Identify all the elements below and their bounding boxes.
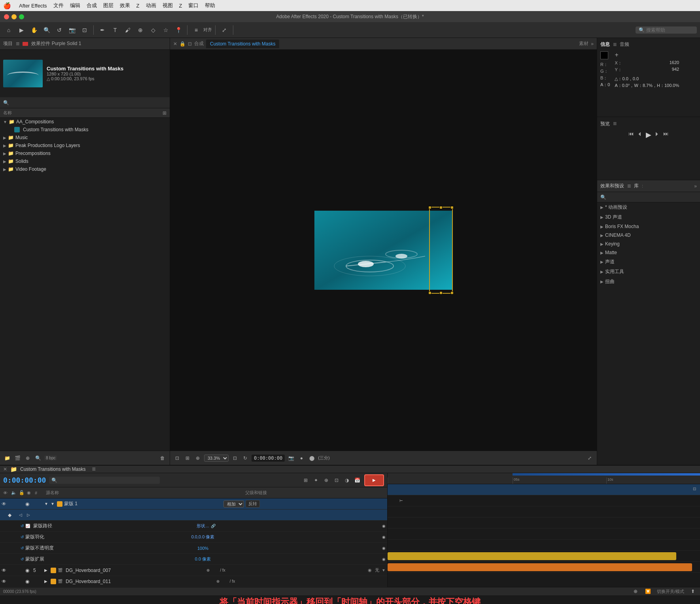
- effect-3d-audio[interactable]: ▶ 3D 声道: [597, 212, 700, 222]
- expand-chevron[interactable]: ▼: [44, 502, 49, 506]
- shape-icon[interactable]: ◇: [148, 25, 159, 36]
- tl-bottom-icon2[interactable]: 🔽: [644, 587, 652, 595]
- play-button[interactable]: ▶: [646, 130, 651, 139]
- skip-fwd-button[interactable]: ⏭: [663, 130, 669, 139]
- cam-icon[interactable]: 📷: [66, 25, 78, 36]
- step-back-button[interactable]: ⏴: [637, 130, 643, 139]
- loop-icon[interactable]: ↻: [241, 454, 249, 462]
- menu-preview-icon[interactable]: ≡: [613, 120, 617, 127]
- effect-matte[interactable]: ▶ Matte: [597, 248, 700, 257]
- select-icon[interactable]: ▶: [16, 25, 27, 36]
- menu-timeline-icon[interactable]: ≡: [92, 466, 95, 473]
- folder-music[interactable]: ▶ 📁 Music: [0, 134, 170, 142]
- hamburger-comp-icon[interactable]: ⊡: [188, 41, 192, 47]
- new-folder-icon[interactable]: 📁: [3, 454, 11, 462]
- switch-mode-label[interactable]: 切换开关/模式: [657, 589, 684, 595]
- fit-icon[interactable]: ⊡: [231, 454, 239, 462]
- effect-distort[interactable]: ▶ 扭曲: [597, 277, 700, 287]
- handle-tr[interactable]: [450, 206, 454, 209]
- clip-dg007[interactable]: [388, 552, 676, 560]
- menu-window[interactable]: 窗口: [188, 2, 199, 9]
- hand-icon[interactable]: ✋: [28, 25, 40, 36]
- layer-dg011[interactable]: 👁 ◉ ▶ 🎬 DG_Hoverboard_011 ⊕ / fx: [0, 576, 387, 587]
- effect-utility[interactable]: ▶ 实用工具: [597, 267, 700, 277]
- menu-help[interactable]: 帮助: [205, 2, 215, 9]
- comp-tab[interactable]: Custom Transitions with Masks: [206, 40, 279, 48]
- effect-channel[interactable]: ▶ 声道: [597, 257, 700, 267]
- menu-view[interactable]: 视图: [163, 2, 173, 9]
- vis-eye2[interactable]: 👁: [2, 568, 8, 573]
- tab-audio[interactable]: 音频: [620, 41, 629, 48]
- close-button[interactable]: [4, 14, 9, 19]
- comp-item-custom-transitions[interactable]: Custom Transitions with Masks: [0, 126, 170, 134]
- keyframe-diamond[interactable]: ◆: [2, 512, 17, 518]
- folder-aa-compositions[interactable]: ▼ 📁 AA_Compositions: [0, 118, 170, 126]
- playhead-button[interactable]: ▶: [364, 474, 384, 486]
- preview-mode-icon[interactable]: ⊡: [173, 454, 181, 462]
- puppet-icon[interactable]: ☆: [160, 25, 171, 36]
- project-search-input[interactable]: [9, 100, 166, 106]
- expand-chevron3[interactable]: ▶: [44, 568, 49, 572]
- expand-chevron2[interactable]: ▼: [51, 502, 55, 506]
- menu-z2[interactable]: Z: [179, 3, 182, 9]
- tl-tool5[interactable]: ◑: [343, 476, 351, 484]
- menu-anim[interactable]: 动画: [146, 2, 156, 9]
- kf-left-btn[interactable]: ◁: [19, 513, 25, 517]
- expand-comp-icon[interactable]: ⤢: [586, 454, 594, 462]
- menu-ae[interactable]: After Effects: [19, 3, 47, 9]
- expand-chevron4[interactable]: ▶: [44, 579, 49, 583]
- clip-dg011[interactable]: [388, 563, 692, 571]
- close-timeline-icon[interactable]: ✕: [3, 466, 7, 472]
- parent-icon[interactable]: ◉: [368, 568, 372, 573]
- maximize-button[interactable]: [19, 14, 24, 19]
- mask-path-value[interactable]: 形状...: [197, 523, 209, 529]
- handle-bl[interactable]: [428, 291, 431, 294]
- overlay-icon[interactable]: ⊕: [194, 454, 202, 462]
- pin-icon[interactable]: 📍: [173, 25, 184, 36]
- tab-info[interactable]: 信息: [600, 41, 610, 48]
- new-comp-icon[interactable]: 🎬: [13, 454, 21, 462]
- home-icon[interactable]: ⌂: [3, 25, 14, 36]
- mask-feather-value[interactable]: 0.0,0.0 像素: [191, 534, 215, 540]
- timeline-search-input[interactable]: [59, 478, 138, 483]
- menu-effect[interactable]: 效果: [120, 2, 130, 9]
- tl-bottom-icon3[interactable]: ⬆: [689, 587, 697, 595]
- pen-icon[interactable]: ✒: [97, 25, 108, 36]
- apple-menu[interactable]: 🍎: [3, 2, 11, 9]
- delete-icon[interactable]: 🗑: [159, 454, 166, 462]
- effect-boris[interactable]: ▶ Boris FX Mocha: [597, 222, 700, 231]
- effects-search[interactable]: 🔍: [597, 192, 700, 202]
- search-bar[interactable]: 🔍: [636, 26, 697, 34]
- expand-icon[interactable]: ⤢: [219, 25, 230, 36]
- brush-icon[interactable]: 🖌: [122, 25, 133, 36]
- handle-bm[interactable]: [439, 291, 443, 294]
- vis-eye3[interactable]: 👁: [2, 579, 8, 584]
- reverse-button[interactable]: 反转: [246, 500, 260, 508]
- folder-solids[interactable]: ▶ 📁 Solids: [0, 157, 170, 165]
- select2-icon[interactable]: ⊡: [79, 25, 90, 36]
- mask-opacity-value[interactable]: 100%: [197, 546, 208, 551]
- rotate-icon[interactable]: ↺: [54, 25, 65, 36]
- close-tab-icon[interactable]: ✕: [173, 41, 177, 47]
- effects-search-input[interactable]: [608, 194, 697, 200]
- color-circle-icon[interactable]: ●: [297, 454, 305, 462]
- folder-video[interactable]: ▶ 📁 Video Footage: [0, 165, 170, 173]
- menu-z1[interactable]: Z: [136, 3, 140, 9]
- current-timecode[interactable]: 0:00:00:00: [3, 476, 46, 484]
- new-item-icon[interactable]: ⊕: [24, 454, 32, 462]
- step-fwd-button[interactable]: ⏵: [655, 130, 660, 139]
- color-dot-icon[interactable]: ⬤: [308, 454, 316, 462]
- folder-precomp[interactable]: ▶ 📁 Precompositions: [0, 149, 170, 157]
- tl-tool4[interactable]: ⊡: [333, 476, 341, 484]
- expand-effects-icon[interactable]: »: [694, 183, 697, 189]
- menu-edit[interactable]: 编辑: [70, 2, 80, 9]
- menu-layer[interactable]: 图层: [103, 2, 114, 9]
- tl-tool2[interactable]: ✦: [312, 476, 320, 484]
- layer-mask1[interactable]: 👁 ◉ ▼ ▼ 蒙版 1 相加 反转: [0, 498, 387, 510]
- layer-mode-select[interactable]: 相加: [223, 500, 244, 508]
- menu-effects-icon[interactable]: ≡: [627, 183, 631, 190]
- expand-icon2[interactable]: »: [591, 41, 594, 47]
- search-small-icon[interactable]: 🔍: [34, 454, 42, 462]
- hamburger-icon[interactable]: ≡: [16, 40, 19, 47]
- tl-tool3[interactable]: ⊕: [322, 476, 330, 484]
